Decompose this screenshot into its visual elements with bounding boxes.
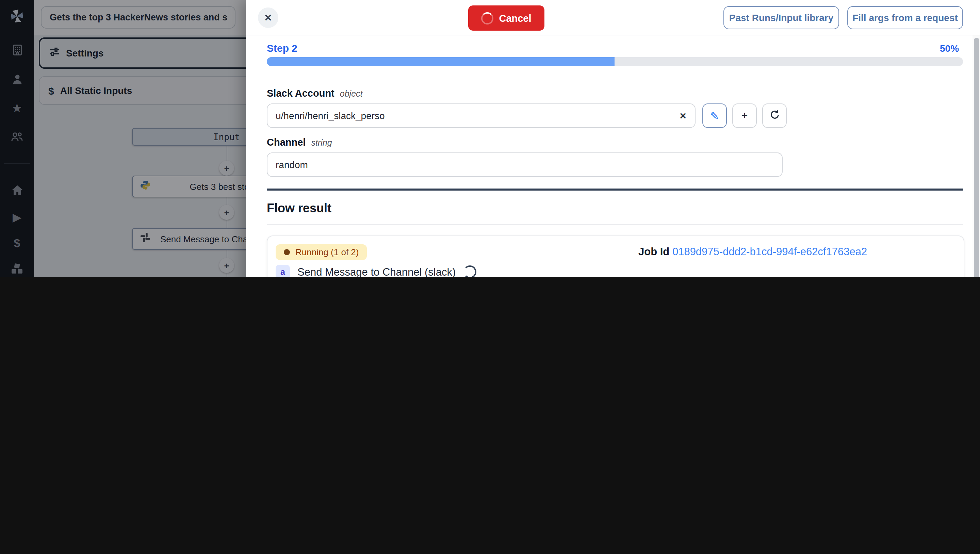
flow-result-card: Running (1 of 2) Job Id 0189d975-ddd2-b1…: [267, 236, 964, 277]
channel-input[interactable]: random: [267, 153, 783, 177]
current-step-row: a Send Message to Channel (slack): [275, 265, 476, 277]
channel-label: Channelstring: [267, 136, 332, 148]
modal-scrollbar[interactable]: [974, 38, 979, 277]
slack-account-label: Slack Accountobject: [267, 87, 363, 99]
windmill-app: ★ ▶ $ ⚙ ☾: [0, 0, 980, 277]
clear-input-icon[interactable]: ✕: [679, 111, 687, 121]
pencil-icon: ✎: [710, 109, 719, 122]
past-runs-button[interactable]: Past Runs/Input library: [724, 6, 839, 29]
job-id-row: Job Id 0189d975-ddd2-b1cd-994f-e62cf1763…: [638, 246, 867, 258]
close-icon: ✕: [264, 12, 272, 23]
add-resource-button[interactable]: +: [732, 103, 757, 128]
slack-account-input[interactable]: u/henri/henri_slack_perso ✕: [267, 103, 695, 128]
fill-args-button[interactable]: Fill args from a request: [847, 6, 963, 29]
progress-bar-fill: [267, 57, 614, 66]
section-divider: [267, 188, 963, 190]
progress-bar: [267, 57, 963, 66]
run-flow-modal: ✕ Cancel Past Runs/Input library Fill ar…: [246, 0, 980, 277]
step-badge: a: [275, 265, 290, 277]
modal-backdrop[interactable]: [0, 0, 246, 277]
refresh-icon: [769, 109, 780, 122]
edit-resource-button[interactable]: ✎: [702, 103, 727, 128]
close-button[interactable]: ✕: [258, 8, 278, 28]
spinner-icon: [481, 12, 493, 24]
job-id-link[interactable]: 0189d975-ddd2-b1cd-994f-e62cf1763ea2: [672, 246, 867, 257]
modal-header: ✕ Cancel Past Runs/Input library Fill ar…: [246, 0, 980, 35]
plus-icon: +: [741, 110, 748, 122]
status-dot-icon: [284, 249, 290, 255]
flow-result-heading: Flow result: [267, 201, 331, 216]
progress-percent: 50%: [940, 43, 959, 54]
refresh-resource-button[interactable]: [762, 103, 787, 128]
running-status-badge: Running (1 of 2): [275, 244, 367, 260]
cancel-button[interactable]: Cancel: [468, 5, 544, 30]
step-label: Step 2: [267, 42, 298, 54]
step-spinner-icon: [463, 266, 476, 277]
divider: [267, 224, 963, 224]
